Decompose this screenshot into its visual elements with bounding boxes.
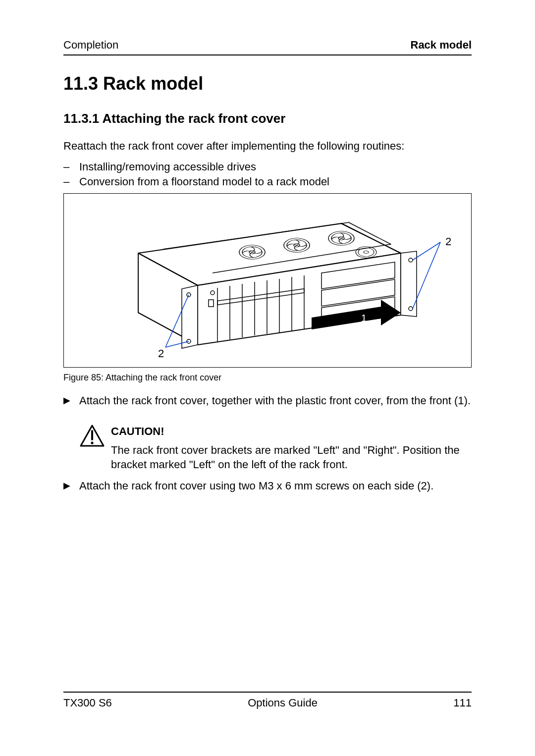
header-rule — [63, 54, 472, 55]
triangle-bullet-icon: ▶ — [63, 393, 79, 408]
header-left: Completion — [63, 39, 118, 52]
step-text: Attach the rack front cover, together wi… — [79, 393, 471, 408]
caution-icon — [79, 424, 111, 472]
running-header: Completion Rack model — [63, 39, 472, 52]
subsection-heading: 11.3.1 Attaching the rack front cover — [63, 111, 285, 126]
list-item-text: Conversion from a floorstand model to a … — [79, 174, 329, 189]
list-item-text: Installing/removing accessible drives — [79, 160, 256, 174]
footer-left: TX300 S6 — [63, 697, 112, 709]
footer-center: Options Guide — [248, 697, 318, 709]
section-heading: 11.3 Rack model — [63, 73, 203, 94]
dash-icon: – — [63, 160, 79, 174]
intro-text: Reattach the rack front cover after impl… — [63, 139, 472, 154]
step-item: ▶ Attach the rack front cover using two … — [63, 479, 472, 493]
dash-icon: – — [63, 174, 79, 189]
figure-label-2-top: 2 — [445, 235, 451, 248]
step-text: Attach the rack front cover using two M3… — [79, 479, 433, 493]
caution-text: CAUTION! The rack front cover brackets a… — [111, 424, 472, 472]
header-right: Rack model — [411, 39, 472, 52]
figure-label-1: 1 — [361, 313, 367, 324]
list-item: – Installing/removing accessible drives — [63, 160, 472, 174]
footer-right: 111 — [453, 697, 472, 709]
figure-label-2-bottom: 2 — [158, 347, 164, 360]
figure-caption: Figure 85: Attaching the rack front cove… — [63, 373, 221, 383]
svg-point-42 — [91, 441, 93, 444]
triangle-bullet-icon: ▶ — [63, 479, 79, 493]
routines-list: – Installing/removing accessible drives … — [63, 160, 472, 189]
page: Completion Rack model 11.3 Rack model 11… — [0, 0, 535, 756]
running-footer: TX300 S6 Options Guide 111 — [63, 697, 472, 709]
list-item: – Conversion from a floorstand model to … — [63, 174, 472, 189]
footer-rule — [63, 692, 472, 693]
figure-rack-cover: 1 2 2 — [63, 193, 472, 368]
svg-marker-18 — [182, 285, 198, 348]
caution-block: CAUTION! The rack front cover brackets a… — [79, 424, 472, 472]
caution-body: The rack front cover brackets are marked… — [111, 443, 472, 472]
caution-title: CAUTION! — [111, 424, 472, 439]
step-item: ▶ Attach the rack front cover, together … — [63, 393, 472, 408]
rack-diagram-svg: 1 2 2 — [64, 194, 472, 368]
